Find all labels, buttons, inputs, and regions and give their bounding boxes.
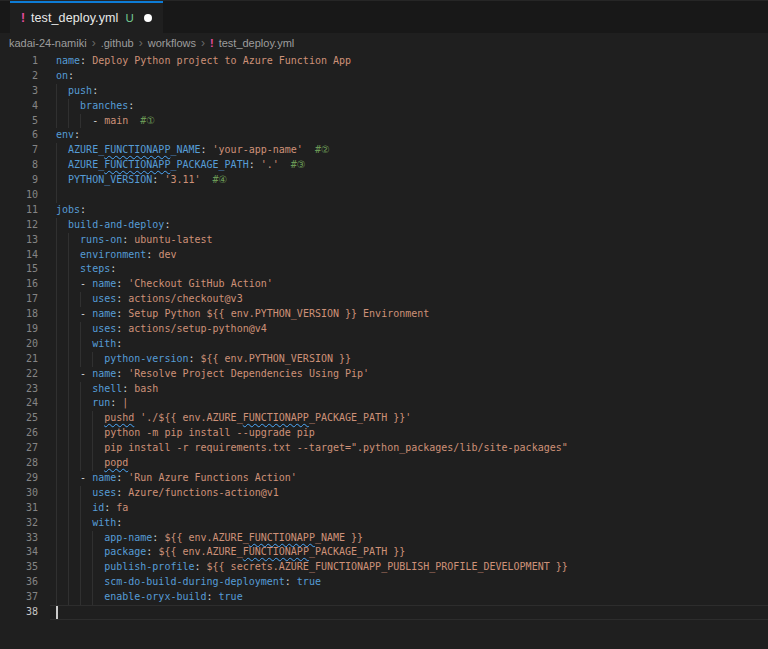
code-line[interactable]: 3 push: — [0, 84, 768, 99]
code-line[interactable]: 16 - name: 'Checkout GitHub Action' — [0, 277, 768, 292]
code-line[interactable]: 17 uses: actions/checkout@v3 — [0, 292, 768, 307]
line-number[interactable]: 11 — [0, 203, 38, 218]
line-number[interactable]: 5 — [0, 114, 38, 129]
code-token: : — [68, 70, 74, 81]
code-line[interactable]: 20 with: — [0, 337, 768, 352]
code-line[interactable]: 18 - name: Setup Python ${{ env.PYTHON_V… — [0, 307, 768, 322]
line-number[interactable]: 31 — [0, 501, 38, 516]
line-number[interactable]: 33 — [0, 531, 38, 546]
line-number[interactable]: 3 — [0, 84, 38, 99]
code-line-text: scm-do-build-during-deployment: true — [56, 575, 321, 590]
line-number[interactable]: 14 — [0, 248, 38, 263]
code-line[interactable]: 36 scm-do-build-during-deployment: true — [0, 575, 768, 590]
line-number[interactable]: 2 — [0, 69, 38, 84]
code-line[interactable]: 13 runs-on: ubuntu-latest — [0, 233, 768, 248]
code-token — [56, 412, 104, 423]
code-token — [56, 338, 92, 349]
line-number[interactable]: 8 — [0, 158, 38, 173]
code-line[interactable]: 28 popd — [0, 456, 768, 471]
tab-test-deploy-yml[interactable]: ! test_deploy.yml U — [10, 1, 163, 33]
code-line[interactable]: 37 enable-oryx-build: true — [0, 590, 768, 605]
code-line[interactable]: 38 — [0, 605, 768, 620]
line-number[interactable]: 4 — [0, 99, 38, 114]
code-line[interactable]: 6env: — [0, 128, 768, 143]
code-line[interactable]: 15 steps: — [0, 262, 768, 277]
code-line[interactable]: 14 environment: dev — [0, 248, 768, 263]
code-line-text: id: fa — [56, 501, 128, 516]
line-number[interactable]: 38 — [0, 605, 38, 620]
line-number[interactable]: 7 — [0, 143, 38, 158]
code-line[interactable]: 23 shell: bash — [0, 382, 768, 397]
code-line[interactable]: 32 with: — [0, 516, 768, 531]
code-line[interactable]: 27 pip install -r requirements.txt --tar… — [0, 441, 768, 456]
breadcrumb-item[interactable]: kadai-24-namiki — [9, 37, 87, 49]
code-line[interactable]: 9 PYTHON_VERSION: '3.11' #④ — [0, 173, 768, 188]
code-line[interactable]: 30 uses: Azure/functions-action@v1 — [0, 486, 768, 501]
code-token: : — [80, 204, 86, 215]
line-number[interactable]: 9 — [0, 173, 38, 188]
tab-bar: ! test_deploy.yml U — [0, 0, 768, 33]
line-number[interactable]: 19 — [0, 322, 38, 337]
code-line[interactable]: 31 id: fa — [0, 501, 768, 516]
code-line[interactable]: 2on: — [0, 69, 768, 84]
code-token: name — [92, 308, 116, 319]
line-number[interactable]: 37 — [0, 590, 38, 605]
code-line[interactable]: 12 build-and-deploy: — [0, 218, 768, 233]
line-number[interactable]: 36 — [0, 575, 38, 590]
code-line[interactable]: 5 - main #① — [0, 114, 768, 129]
line-number[interactable]: 6 — [0, 128, 38, 143]
code-token — [56, 263, 80, 274]
code-token: : — [285, 576, 297, 587]
code-line[interactable]: 22 - name: 'Resolve Project Dependencies… — [0, 367, 768, 382]
code-token — [56, 219, 68, 230]
breadcrumb-item[interactable]: workflows — [148, 37, 196, 49]
line-number[interactable]: 18 — [0, 307, 38, 322]
code-line[interactable]: 10 — [0, 188, 768, 203]
code-line[interactable]: 29 - name: 'Run Azure Functions Action' — [0, 471, 768, 486]
line-number[interactable]: 17 — [0, 292, 38, 307]
code-token: - — [80, 308, 92, 319]
code-line[interactable]: 11jobs: — [0, 203, 768, 218]
code-line[interactable]: 7 AZURE_FUNCTIONAPP_NAME: 'your-app-name… — [0, 143, 768, 158]
code-token: : — [92, 85, 98, 96]
line-number[interactable]: 21 — [0, 352, 38, 367]
line-number[interactable]: 24 — [0, 396, 38, 411]
code-line[interactable]: 1name: Deploy Python project to Azure Fu… — [0, 54, 768, 69]
code-editor[interactable]: 1name: Deploy Python project to Azure Fu… — [0, 53, 768, 620]
line-number[interactable]: 20 — [0, 337, 38, 352]
line-number[interactable]: 35 — [0, 560, 38, 575]
line-number[interactable]: 29 — [0, 471, 38, 486]
line-number[interactable]: 25 — [0, 411, 38, 426]
code-line[interactable]: 34 package: ${{ env.AZURE_FUNCTIONAPP_PA… — [0, 545, 768, 560]
breadcrumb-file[interactable]: !test_deploy.yml — [210, 37, 294, 49]
code-token: FUNCTIONAPP — [249, 532, 315, 543]
code-line[interactable]: 4 branches: — [0, 99, 768, 114]
line-number[interactable]: 34 — [0, 545, 38, 560]
code-line[interactable]: 35 publish-profile: ${{ secrets.AZURE_FU… — [0, 560, 768, 575]
line-number[interactable]: 32 — [0, 516, 38, 531]
code-line[interactable]: 8 AZURE_FUNCTIONAPP_PACKAGE_PATH: '.' #③ — [0, 158, 768, 173]
code-line[interactable]: 33 app-name: ${{ env.AZURE_FUNCTIONAPP_N… — [0, 531, 768, 546]
code-line[interactable]: 19 uses: actions/setup-python@v4 — [0, 322, 768, 337]
line-number[interactable]: 22 — [0, 367, 38, 382]
code-line[interactable]: 24 run: | — [0, 396, 768, 411]
line-number[interactable]: 30 — [0, 486, 38, 501]
line-number[interactable]: 27 — [0, 441, 38, 456]
line-number[interactable]: 28 — [0, 456, 38, 471]
code-token: fa — [116, 502, 128, 513]
code-line[interactable]: 26 python -m pip install --upgrade pip — [0, 426, 768, 441]
line-number[interactable]: 12 — [0, 218, 38, 233]
unsaved-changes-dot[interactable] — [144, 14, 152, 22]
line-number[interactable]: 26 — [0, 426, 38, 441]
line-number[interactable]: 13 — [0, 233, 38, 248]
code-line[interactable]: 25 pushd './${{ env.AZURE_FUNCTIONAPP_PA… — [0, 411, 768, 426]
code-token: popd — [104, 457, 128, 468]
line-number[interactable]: 23 — [0, 382, 38, 397]
breadcrumb-item[interactable]: .github — [101, 37, 134, 49]
code-line[interactable]: 21 python-version: ${{ env.PYTHON_VERSIO… — [0, 352, 768, 367]
line-number[interactable]: 16 — [0, 277, 38, 292]
code-line-text: publish-profile: ${{ secrets.AZURE_FUNCT… — [56, 560, 568, 575]
line-number[interactable]: 10 — [0, 188, 38, 203]
line-number[interactable]: 15 — [0, 262, 38, 277]
line-number[interactable]: 1 — [0, 54, 38, 69]
